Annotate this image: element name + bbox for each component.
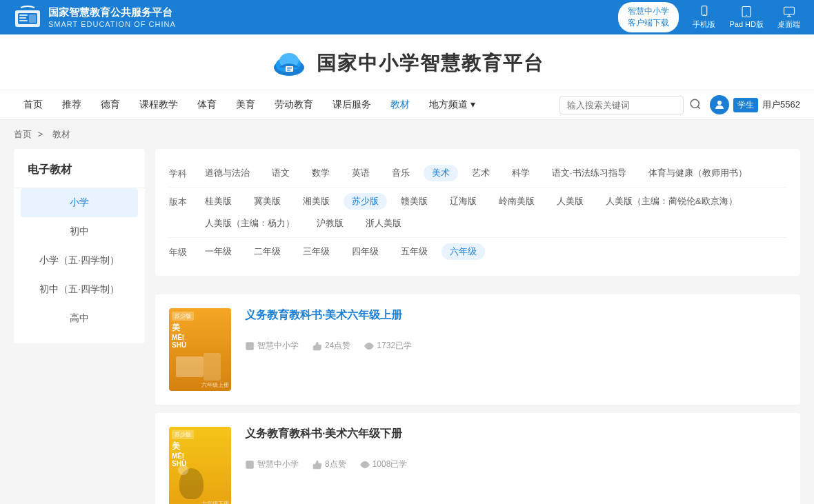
sidebar-item-gaozhong[interactable]: 高中 <box>14 304 145 333</box>
filter-tag-xiangmei[interactable]: 湘美版 <box>295 193 338 210</box>
filter-tag-yishu[interactable]: 艺术 <box>464 165 498 181</box>
breadcrumb-home[interactable]: 首页 <box>14 129 32 139</box>
svg-point-32 <box>364 463 366 466</box>
svg-rect-2 <box>19 14 28 16</box>
username: 用户5562 <box>762 99 800 111</box>
cover-shape2 <box>204 353 221 381</box>
nav-kehou[interactable]: 课后服务 <box>323 90 381 120</box>
svg-rect-3 <box>19 17 26 19</box>
download-button[interactable]: 智慧中小学 客户端下载 <box>618 2 679 32</box>
filter-tag-grade6[interactable]: 六年级 <box>441 243 485 260</box>
sidebar-item-chuzhong[interactable]: 初中 <box>14 217 145 246</box>
filter-tag-jimei[interactable]: 冀美版 <box>246 193 289 210</box>
top-right: 智慧中小学 客户端下载 手机版 Pad HD版 桌面端 <box>618 2 800 32</box>
top-bar: 国家智慧教育公共服务平台 SMART EDUCATION OF CHINA 智慧… <box>0 0 814 34</box>
filter-tag-renm-lin[interactable]: 人美版（主编：蔺锐伦&欧京海） <box>597 193 746 210</box>
svg-point-22 <box>717 101 722 105</box>
nav-home[interactable]: 首页 <box>14 90 52 120</box>
user-avatar <box>710 95 729 114</box>
filter-tag-grade2[interactable]: 二年级 <box>246 243 289 260</box>
filter-tag-yinyue[interactable]: 音乐 <box>384 165 418 181</box>
nav-jiaocai[interactable]: 教材 <box>381 90 419 120</box>
nav-deyu[interactable]: 德育 <box>91 90 130 120</box>
filter-tag-zhejian[interactable]: 浙人美版 <box>357 215 410 232</box>
nav-tiyu[interactable]: 体育 <box>188 90 226 120</box>
book-meta-2: 智慧中小学 8点赞 1008已学 <box>245 458 786 470</box>
sidebar-title: 电子教材 <box>14 159 145 188</box>
cover-grade-text-2: 六年级下册 <box>201 500 229 504</box>
filter-tag-grade1[interactable]: 一年级 <box>197 243 240 260</box>
filter-label-subject: 学科 <box>169 165 190 180</box>
results-area: 苏少版 美 MĒI SHÙ 六年级上册 义务教育教科书·美术六年级上册 <box>155 294 800 504</box>
filter-tag-liaohai[interactable]: 辽海版 <box>441 193 485 210</box>
cover-subject-pinyin-2: MĒI <box>172 452 228 460</box>
filter-tag-sushao[interactable]: 苏少版 <box>344 193 387 210</box>
thumb-icon-2 <box>312 460 322 470</box>
filter-tag-grade4[interactable]: 四年级 <box>344 243 387 260</box>
cover-subject-pinyin: MĒI <box>172 334 228 341</box>
filter-row-grade: 年级 一年级 二年级 三年级 四年级 五年级 六年级 <box>169 238 786 265</box>
nav-bar: 首页 推荐 德育 课程教学 体育 美育 劳动教育 课后服务 教材 地方频道 ▾ … <box>0 90 814 120</box>
search-button[interactable] <box>689 98 702 112</box>
search-input[interactable] <box>559 96 684 114</box>
sidebar-item-xiaoxue54[interactable]: 小学（五·四学制） <box>14 246 145 275</box>
nav-recommend[interactable]: 推荐 <box>52 90 91 120</box>
svg-point-7 <box>704 14 705 15</box>
cover-grade-text: 六年级上册 <box>201 381 229 389</box>
device-icons: 手机版 Pad HD版 桌面端 <box>693 6 800 30</box>
cover-subject-label: 美 <box>172 322 228 334</box>
nav-kecheng[interactable]: 课程教学 <box>130 90 188 120</box>
logo-area: 国家智慧教育公共服务平台 SMART EDUCATION OF CHINA <box>14 3 176 31</box>
meta-source-2: 智慧中小学 <box>245 458 299 470</box>
filter-label-version: 版本 <box>169 193 190 208</box>
cover-shape-dot <box>178 465 188 475</box>
device-desktop[interactable]: 桌面端 <box>777 6 800 30</box>
cover-shape1 <box>176 356 204 377</box>
filter-tag-lingnan[interactable]: 岭南美版 <box>490 193 543 210</box>
filter-tag-shufa[interactable]: 语文·书法练习指导 <box>544 165 635 181</box>
breadcrumb-separator: > <box>38 129 43 139</box>
svg-rect-4 <box>19 20 28 21</box>
building-icon-2 <box>245 460 255 470</box>
filter-tag-kexue[interactable]: 科学 <box>504 165 538 181</box>
phone-label: 手机版 <box>693 19 715 30</box>
book-cover-1: 苏少版 美 MĒI SHÙ 六年级上册 <box>169 308 231 391</box>
filter-tag-grade5[interactable]: 五年级 <box>393 243 436 260</box>
filter-tag-meishu[interactable]: 美术 <box>424 165 458 181</box>
sidebar-item-xiaoxue[interactable]: 小学 <box>21 188 138 217</box>
filter-tag-yuwen[interactable]: 语文 <box>264 165 298 181</box>
filter-tag-guimei[interactable]: 桂美版 <box>197 193 240 210</box>
book-meta-1: 智慧中小学 24点赞 1732已学 <box>245 340 786 352</box>
filter-tags-subject: 道德与法治 语文 数学 英语 音乐 美术 艺术 科学 语文·书法练习指导 体育与… <box>197 165 755 181</box>
svg-point-20 <box>691 99 699 108</box>
filter-tag-renm[interactable]: 人美版 <box>548 193 592 210</box>
nav-difang[interactable]: 地方频道 ▾ <box>419 90 485 120</box>
book-card-2: 苏少版 美 MĒI SHÙ 六年级下册 义务教育教科书·美术六年级下册 <box>155 413 800 504</box>
meta-source-text-2: 智慧中小学 <box>257 458 299 470</box>
filter-tag-renm-yang[interactable]: 人美版（主编：杨力） <box>197 215 303 232</box>
book-info-2: 义务教育教科书·美术六年级下册 智慧中小学 8点赞 1008已学 <box>245 427 786 470</box>
device-pad[interactable]: Pad HD版 <box>729 6 764 30</box>
filter-tag-yingyu[interactable]: 英语 <box>344 165 378 181</box>
desktop-label: 桌面端 <box>777 19 800 30</box>
cover-subject-label-2: 美 <box>172 441 228 452</box>
cover-illustration <box>172 343 221 381</box>
filter-tag-shuxue[interactable]: 数学 <box>304 165 338 181</box>
nav-meiyu[interactable]: 美育 <box>226 90 265 120</box>
filter-tag-grade3[interactable]: 三年级 <box>295 243 338 260</box>
nav-search <box>559 96 702 114</box>
student-badge: 学生 <box>733 98 758 112</box>
sidebar-item-chuzhong54[interactable]: 初中（五·四学制） <box>14 275 145 304</box>
eye-icon-2 <box>360 460 370 470</box>
filter-tag-ganmei[interactable]: 赣美版 <box>393 193 436 210</box>
nav-laodong[interactable]: 劳动教育 <box>265 90 323 120</box>
filter-tags-grade: 一年级 二年级 三年级 四年级 五年级 六年级 <box>197 243 485 260</box>
filter-tag-hujiao[interactable]: 沪教版 <box>308 215 352 232</box>
phone-icon <box>697 6 712 18</box>
filter-tag-tiyu[interactable]: 体育与健康（教师用书） <box>640 165 755 181</box>
book-title-1[interactable]: 义务教育教科书·美术六年级上册 <box>245 308 786 323</box>
device-phone[interactable]: 手机版 <box>693 6 715 30</box>
filter-tag-daode[interactable]: 道德与法治 <box>197 165 258 181</box>
filter-row-subject: 学科 道德与法治 语文 数学 英语 音乐 美术 艺术 科学 语文·书法练习指导 … <box>169 159 786 188</box>
book-cover-2: 苏少版 美 MĒI SHÙ 六年级下册 <box>169 427 231 504</box>
